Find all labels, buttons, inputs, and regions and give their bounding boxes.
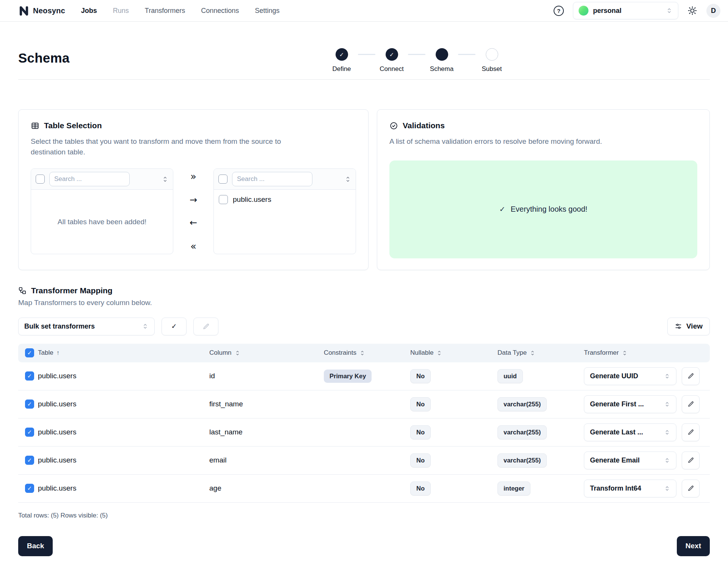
help-icon[interactable]: ? (554, 6, 564, 16)
table-row: public.users email No varchar(255) Gener… (18, 447, 710, 475)
column-header-data-type[interactable]: Data Type (497, 349, 584, 357)
nullable-badge: No (410, 453, 431, 467)
row-checkbox[interactable] (25, 456, 34, 465)
step-connector-line (458, 54, 475, 55)
main-nav: Jobs Runs Transformers Connections Setti… (81, 7, 280, 15)
user-avatar[interactable]: D (706, 4, 720, 18)
nav-item-connections[interactable]: Connections (201, 7, 239, 15)
list-item[interactable]: public.users (214, 190, 356, 209)
account-selected-label: personal (593, 7, 661, 15)
move-left-icon[interactable]: ← (190, 218, 197, 227)
sort-icon (530, 350, 535, 356)
edit-transformer-button[interactable] (682, 395, 700, 413)
transformer-select[interactable]: Generate UUID (584, 367, 676, 385)
cell-column: email (209, 456, 324, 464)
cell-column: age (209, 484, 324, 492)
source-sort-icon[interactable] (162, 176, 168, 182)
column-header-table[interactable]: Table ↑ (38, 349, 209, 357)
row-checkbox[interactable] (25, 484, 34, 493)
workflow-icon (18, 286, 27, 295)
nav-item-settings[interactable]: Settings (255, 7, 279, 15)
edit-transformer-button[interactable] (682, 423, 700, 441)
chevron-up-down-icon (664, 457, 670, 464)
row-checkbox[interactable] (25, 371, 34, 381)
top-navigation-bar: Neosync Jobs Runs Transformers Connectio… (0, 0, 728, 22)
step-connect[interactable]: ✓ Connect (375, 48, 408, 73)
destination-search-input[interactable] (232, 172, 312, 186)
nav-item-runs[interactable]: Runs (113, 7, 129, 15)
step-schema[interactable]: Schema (425, 48, 458, 73)
cell-column: id (209, 372, 324, 380)
bulk-set-transformers-select[interactable]: Bulk set transformers (18, 318, 155, 335)
transformer-select[interactable]: Generate First ... (584, 395, 676, 413)
column-header-column[interactable]: Column (209, 349, 324, 357)
transformer-select[interactable]: Generate Last ... (584, 423, 676, 441)
edit-transformer-button[interactable] (682, 367, 700, 385)
transformer-select[interactable]: Transform Int64 (584, 480, 676, 497)
constraint-badge: Primary Key (324, 370, 372, 383)
validation-success-box: ✓ Everything looks good! (389, 160, 697, 258)
select-all-rows-checkbox[interactable] (25, 348, 34, 357)
column-header-nullable[interactable]: Nullable (410, 349, 497, 357)
next-button[interactable]: Next (677, 536, 710, 556)
sort-icon (622, 350, 628, 356)
data-type-badge: varchar(255) (497, 453, 547, 467)
step-connect-check-icon: ✓ (386, 48, 398, 61)
table-row: public.users last_name No varchar(255) G… (18, 418, 710, 447)
apply-bulk-button[interactable]: ✓ (162, 318, 187, 335)
step-schema-current-icon (436, 48, 448, 61)
source-tables-listbox: All tables have been added! (31, 168, 173, 254)
nullable-badge: No (410, 481, 431, 495)
success-check-icon: ✓ (499, 205, 505, 214)
step-subset[interactable]: Subset (475, 48, 508, 73)
chevron-up-down-icon (664, 401, 670, 407)
nav-item-jobs[interactable]: Jobs (81, 7, 97, 15)
destination-tables-listbox: public.users (213, 168, 356, 254)
edit-bulk-button[interactable] (193, 318, 218, 335)
row-checkbox[interactable] (25, 428, 34, 437)
data-type-badge: varchar(255) (497, 397, 547, 411)
destination-sort-icon[interactable] (345, 176, 351, 182)
move-all-left-icon[interactable]: « (190, 241, 196, 251)
nav-item-transformers[interactable]: Transformers (145, 7, 185, 15)
step-subset-upcoming-icon (486, 48, 498, 61)
move-right-icon[interactable]: → (190, 195, 197, 204)
table-selection-card: Table Selection Select the tables that y… (18, 109, 369, 270)
cell-table: public.users (38, 484, 209, 492)
mapping-table-header: Table ↑ Column Constraints Nullable Data… (18, 344, 710, 362)
success-message: Everything looks good! (511, 205, 587, 214)
column-header-constraints[interactable]: Constraints (324, 349, 410, 357)
brand[interactable]: Neosync (18, 5, 65, 16)
sort-icon (436, 350, 442, 356)
back-button[interactable]: Back (18, 536, 53, 556)
transformer-mapping-title: Transformer Mapping (31, 286, 113, 295)
row-checkbox[interactable] (25, 400, 34, 409)
nullable-badge: No (410, 369, 431, 383)
step-connector-line (408, 54, 425, 55)
theme-toggle-button[interactable] (687, 6, 697, 16)
transformer-select[interactable]: Generate Email (584, 451, 676, 469)
data-type-badge: varchar(255) (497, 425, 547, 439)
sort-icon (235, 350, 240, 356)
title-divider (18, 79, 710, 80)
edit-transformer-button[interactable] (682, 451, 700, 469)
destination-select-all-checkbox[interactable] (218, 175, 228, 184)
step-define[interactable]: ✓ Define (325, 48, 358, 73)
destination-item-checkbox[interactable] (219, 195, 228, 204)
validations-title: Validations (403, 121, 445, 130)
account-switcher-select[interactable]: personal (573, 2, 678, 19)
data-type-badge: uuid (497, 369, 523, 383)
column-header-transformer[interactable]: Transformer (584, 349, 682, 357)
chevron-up-down-icon (664, 485, 670, 492)
cell-table: public.users (38, 456, 209, 464)
edit-transformer-button[interactable] (682, 480, 700, 497)
nullable-badge: No (410, 397, 431, 411)
view-options-button[interactable]: View (667, 318, 710, 335)
move-all-right-icon[interactable]: » (190, 171, 196, 181)
source-search-input[interactable] (49, 172, 130, 186)
cell-table: public.users (38, 428, 209, 436)
cell-table: public.users (38, 400, 209, 408)
transformer-mapping-subtitle: Map Transformers to every column below. (18, 299, 710, 307)
source-select-all-checkbox[interactable] (36, 175, 45, 184)
pencil-icon (687, 401, 694, 407)
